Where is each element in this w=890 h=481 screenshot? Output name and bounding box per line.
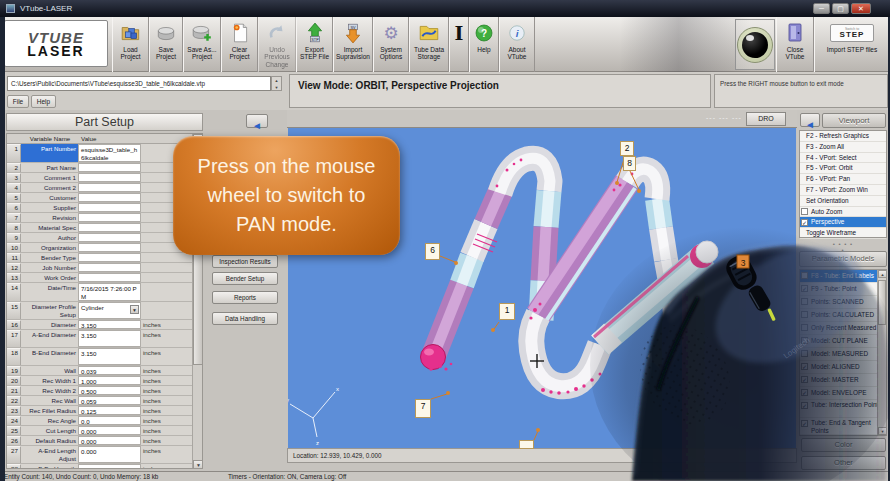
clear-project-button[interactable]: Clear Project (221, 17, 258, 72)
part-setup-row[interactable]: 6Supplier (7, 203, 192, 213)
value-cell[interactable]: 0.059 (78, 396, 141, 405)
value-cell[interactable]: 0.000 (78, 426, 141, 435)
path-spinner[interactable]: ▲▼ (271, 76, 282, 91)
value-cell[interactable]: 3.150 (78, 348, 141, 365)
variable-name-cell[interactable]: Rec Fillet Radius (21, 406, 78, 415)
variable-name-cell[interactable]: B-End Length (21, 464, 78, 469)
value-cell[interactable] (78, 263, 141, 272)
variable-name-cell[interactable]: Rec Width 1 (21, 376, 78, 385)
about-vtube-button[interactable]: i About VTube (499, 17, 535, 72)
viewport-panel-header[interactable]: Viewport (822, 113, 886, 128)
variable-name-cell[interactable]: Author (21, 233, 78, 242)
variable-name-cell[interactable]: Organization (21, 243, 78, 252)
viewport-menu-item[interactable]: F5 - VPort: Orbit (800, 163, 886, 174)
variable-name-cell[interactable]: Part Number (21, 144, 78, 162)
variable-name-cell[interactable]: Date/Time (21, 283, 78, 301)
part-setup-row[interactable]: 12Job Number (7, 263, 192, 273)
row-number[interactable]: 24 (7, 416, 21, 425)
value-cell[interactable] (78, 213, 141, 222)
row-number[interactable]: 16 (7, 320, 21, 329)
viewport-menu-item[interactable]: F3 - Zoom All (800, 142, 886, 153)
row-number[interactable]: 12 (7, 263, 21, 272)
variable-name-cell[interactable]: Work Order (21, 273, 78, 282)
collapse-panel-button[interactable]: ◄ (246, 114, 268, 128)
part-setup-row[interactable]: 28B-End Length0.000inches (7, 464, 192, 469)
value-cell[interactable]: 0.125 (78, 406, 141, 415)
right-panel-collapse-button[interactable]: ◄ (800, 113, 820, 127)
dro-button[interactable]: DRO (746, 112, 786, 126)
row-number[interactable]: 2 (7, 163, 21, 172)
part-setup-row[interactable]: 4Comment 2 (7, 183, 192, 193)
row-number[interactable]: 14 (7, 283, 21, 301)
part-setup-row[interactable]: 18B-End Diameter3.150inches (7, 348, 192, 366)
eye-button[interactable] (735, 19, 775, 70)
row-number[interactable]: 17 (7, 330, 21, 347)
row-number[interactable]: 6 (7, 203, 21, 212)
row-number[interactable]: 5 (7, 193, 21, 202)
part-setup-row[interactable]: 14Date/Time7/16/2015 7:26:00 PM (7, 283, 192, 302)
row-number[interactable]: 13 (7, 273, 21, 282)
part-setup-row[interactable]: 20Rec Width 11.000inches (7, 376, 192, 386)
row-number[interactable]: 10 (7, 243, 21, 252)
text-cursor-button[interactable]: I (449, 17, 469, 72)
viewport-menu-item[interactable]: F4 - VPort: Select (800, 153, 886, 164)
menu-help[interactable]: Help (31, 95, 56, 108)
value-cell[interactable]: 0.000 (78, 446, 141, 463)
import-supravision-button[interactable]: SV Import Supravision (333, 17, 373, 72)
part-setup-row[interactable]: 25Cut Length0.000inches (7, 426, 192, 436)
viewport-menu-item[interactable]: F6 - VPort: Pan (800, 174, 886, 185)
value-cell[interactable] (78, 193, 141, 202)
save-project-button[interactable]: Save Project (149, 17, 183, 72)
row-number[interactable]: 9 (7, 233, 21, 242)
variable-name-cell[interactable]: Material Spec (21, 223, 78, 232)
value-cell[interactable] (78, 273, 141, 282)
row-number[interactable]: 26 (7, 436, 21, 445)
viewport-menu-item[interactable]: Set Orientation (800, 196, 886, 207)
variable-name-cell[interactable]: Wall (21, 366, 78, 375)
nav-button-bender-setup[interactable]: Bender Setup (212, 272, 278, 285)
part-setup-row[interactable]: 21Rec Width 20.500inches (7, 386, 192, 396)
value-cell[interactable]: 7/16/2015 7:26:00 PM (78, 283, 141, 301)
nav-button-data-handling[interactable]: Data Handling (212, 312, 278, 325)
viewport-menu-item[interactable]: Auto Zoom (800, 207, 886, 218)
value-cell[interactable]: 0.0 (78, 416, 141, 425)
scroll-down-icon[interactable]: ▼ (193, 460, 203, 469)
row-number[interactable]: 7 (7, 213, 21, 222)
viewport-menu-item[interactable]: F7 - VPort: Zoom Win (800, 185, 886, 196)
part-setup-row[interactable]: 10Organization (7, 243, 192, 253)
maximize-button[interactable]: ▢ (832, 3, 849, 14)
part-setup-row[interactable]: 24Rec Angle0.0inches (7, 416, 192, 426)
part-setup-row[interactable]: 7Revision (7, 213, 192, 223)
tube-data-storage-button[interactable]: Tube Data Storage (409, 17, 449, 72)
value-cell[interactable] (78, 203, 141, 212)
part-setup-row[interactable]: 3Comment 1 (7, 173, 192, 183)
row-number[interactable]: 27 (7, 446, 21, 463)
part-setup-row[interactable]: 13Work Order (7, 273, 192, 283)
viewport-menu-item[interactable]: F2 - Refresh Graphics (800, 131, 886, 142)
menu-file[interactable]: File (7, 95, 29, 108)
row-number[interactable]: 1 (7, 144, 21, 162)
undo-button[interactable]: Undo Previous Change (258, 17, 296, 72)
value-cell[interactable]: Cylinder▼ (78, 302, 141, 319)
value-cell[interactable] (78, 173, 141, 182)
value-cell[interactable] (78, 183, 141, 192)
variable-name-cell[interactable]: Part Name (21, 163, 78, 172)
value-cell[interactable]: 0.039 (78, 366, 141, 375)
import-step-files-button[interactable]: Switch toSTEP Import STEP files (814, 17, 890, 72)
variable-name-cell[interactable]: Comment 1 (21, 173, 78, 182)
nav-button-reports[interactable]: Reports (212, 291, 278, 304)
variable-name-cell[interactable]: Comment 2 (21, 183, 78, 192)
part-setup-row[interactable]: 1Part Numberesquisse3D_table_h6lkcaldale (7, 144, 192, 163)
value-cell[interactable]: 1.000 (78, 376, 141, 385)
part-setup-row[interactable]: 9Author (7, 233, 192, 243)
variable-name-cell[interactable]: B-End Diameter (21, 348, 78, 365)
value-cell[interactable]: 0.000 (78, 436, 141, 445)
row-number[interactable]: 15 (7, 302, 21, 319)
value-cell[interactable]: 3.150 (78, 320, 141, 329)
variable-name-cell[interactable]: Rec Wall (21, 396, 78, 405)
row-number[interactable]: 28 (7, 464, 21, 469)
part-setup-row[interactable]: 27A-End Length Adjust0.000inches (7, 446, 192, 464)
row-number[interactable]: 20 (7, 376, 21, 385)
value-cell[interactable] (78, 223, 141, 232)
variable-name-cell[interactable]: Bender Type (21, 253, 78, 262)
